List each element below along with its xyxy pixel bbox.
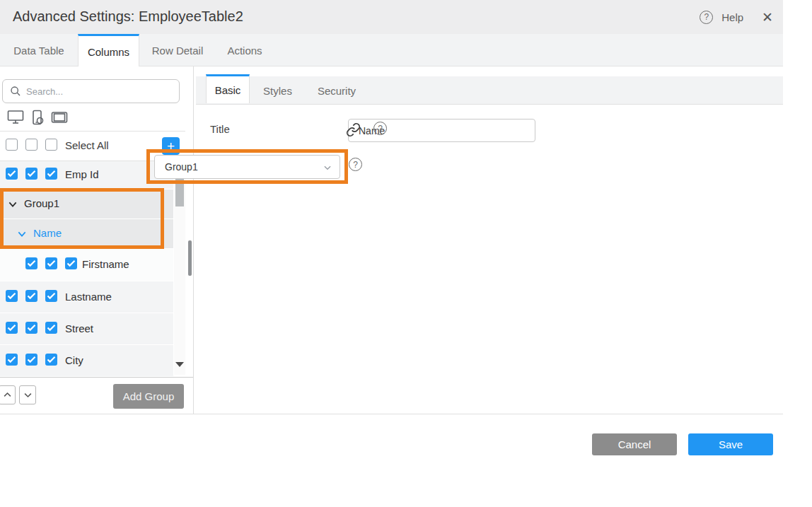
checkbox-tablet[interactable]	[45, 168, 57, 180]
device-toggle-row	[7, 107, 68, 127]
select-all-tablet-checkbox[interactable]	[45, 139, 57, 151]
page-title: Advanced Settings: EmployeeTable2	[13, 8, 243, 25]
column-search	[2, 79, 180, 103]
list-item-street[interactable]: Street	[0, 313, 173, 344]
sidebar-footer: Add Group	[0, 377, 193, 414]
advanced-settings-dialog: Advanced Settings: EmployeeTable2 ? Help…	[0, 0, 783, 507]
add-group-button[interactable]: Add Group	[113, 384, 184, 409]
move-down-button[interactable]	[19, 385, 36, 404]
column-label: Firstname	[82, 258, 129, 270]
column-label: Street	[65, 322, 93, 334]
subgroup-label: Name	[33, 227, 62, 239]
column-label: City	[65, 354, 83, 366]
checkbox-desktop[interactable]	[25, 257, 37, 269]
tab-styles[interactable]: Styles	[250, 76, 306, 105]
dialog-footer: Cancel Save	[0, 414, 783, 464]
chevron-down-icon	[323, 163, 332, 175]
tab-columns[interactable]: Columns	[78, 34, 139, 67]
checkbox-tablet[interactable]	[45, 322, 57, 334]
select-all-phone-checkbox[interactable]	[25, 139, 37, 151]
search-input[interactable]	[26, 86, 161, 97]
checkbox-phone[interactable]	[25, 354, 37, 366]
divider	[193, 66, 194, 414]
checkbox-desktop[interactable]	[6, 290, 18, 302]
list-scrollbar[interactable]	[174, 161, 185, 375]
select-all-label: Select All	[65, 139, 109, 151]
group-label: Group1	[24, 197, 59, 209]
link-icon[interactable]	[346, 122, 361, 140]
checkbox-tablet[interactable]	[65, 257, 77, 269]
chevron-down-icon[interactable]	[7, 199, 18, 210]
select-all-desktop-checkbox[interactable]	[6, 139, 18, 151]
checkbox-tablet[interactable]	[45, 354, 57, 366]
group-help-icon[interactable]: ?	[349, 158, 362, 171]
phone-icon[interactable]	[30, 110, 45, 125]
checkbox-tablet[interactable]	[45, 290, 57, 302]
title-help-icon[interactable]: ?	[373, 122, 387, 135]
tab-row-detail[interactable]: Row Detail	[139, 34, 216, 66]
checkbox-desktop[interactable]	[6, 322, 18, 334]
list-item-group1[interactable]: Group1	[0, 190, 173, 218]
tab-security[interactable]: Security	[306, 76, 368, 105]
checkbox-desktop[interactable]	[6, 168, 18, 180]
help-icon[interactable]: ?	[700, 11, 713, 24]
checkbox-phone[interactable]	[25, 290, 37, 302]
group-dropdown-value: Group1	[165, 161, 198, 173]
checkbox-phone[interactable]	[45, 257, 57, 269]
main-tab-bar: Data Table Columns Row Detail Actions	[0, 34, 783, 66]
move-up-button[interactable]	[0, 385, 16, 404]
list-item-firstname[interactable]: Firstname	[0, 249, 173, 281]
tab-data-table[interactable]: Data Table	[0, 34, 78, 66]
cancel-button[interactable]: Cancel	[592, 433, 677, 455]
search-icon	[10, 86, 21, 97]
tab-actions[interactable]: Actions	[216, 34, 274, 66]
list-item-emp-id[interactable]: Emp Id	[0, 161, 173, 189]
group-dropdown[interactable]: Group1	[154, 155, 340, 179]
chevron-down-icon[interactable]	[16, 228, 28, 240]
close-icon[interactable]: ✕	[762, 11, 773, 24]
column-label: Lastname	[65, 291, 112, 303]
list-item-name[interactable]: Name	[0, 219, 173, 248]
column-label: Emp Id	[65, 168, 99, 180]
scroll-down-icon[interactable]	[175, 362, 184, 367]
checkbox-desktop[interactable]	[6, 354, 18, 366]
tab-basic[interactable]: Basic	[206, 74, 250, 103]
content-area: Select All + Emp Id Group1 Name	[0, 66, 783, 414]
checkbox-phone[interactable]	[25, 322, 37, 334]
panel-tab-bar: Basic Styles Security	[196, 76, 783, 105]
list-item-lastname[interactable]: Lastname	[0, 281, 173, 313]
list-item-city[interactable]: City	[0, 345, 173, 376]
checkbox-phone[interactable]	[25, 168, 37, 180]
tablet-icon[interactable]	[51, 110, 68, 125]
help-label[interactable]: Help	[721, 11, 743, 23]
desktop-icon[interactable]	[7, 110, 24, 125]
sidebar-scrollbar-thumb[interactable]	[188, 240, 192, 276]
add-column-button[interactable]: +	[162, 137, 180, 155]
dialog-header: Advanced Settings: EmployeeTable2 ? Help…	[0, 0, 783, 34]
save-button[interactable]: Save	[688, 433, 773, 455]
title-field-label: Title	[210, 123, 230, 135]
